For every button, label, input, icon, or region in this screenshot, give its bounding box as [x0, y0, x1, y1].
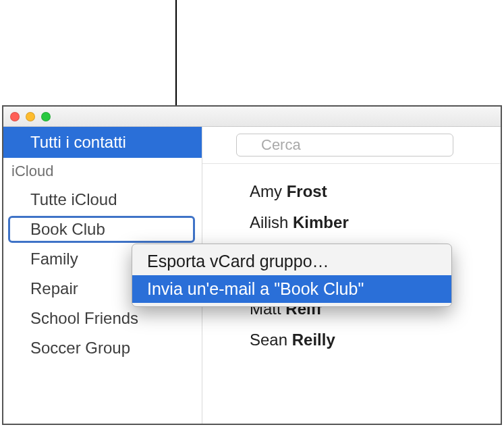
sidebar-item-all-icloud[interactable]: Tutte iCloud [3, 185, 202, 215]
contact-last: Frost [287, 182, 327, 200]
sidebar-item-soccer-group[interactable]: Soccer Group [3, 333, 202, 363]
search-input[interactable] [236, 134, 453, 156]
search-wrap [202, 127, 501, 164]
contact-last: Kimber [293, 213, 349, 231]
sidebar-item-school-friends[interactable]: School Friends [3, 304, 202, 333]
close-button[interactable] [10, 112, 20, 121]
sidebar-all-contacts[interactable]: Tutti i contatti [3, 127, 202, 158]
contact-row[interactable]: Ailish Kimber [250, 207, 501, 238]
ctx-export-vcard[interactable]: Esporta vCard gruppo… [132, 248, 451, 275]
sidebar-section-icloud: iCloud [3, 158, 202, 185]
contact-first: Amy [250, 182, 282, 200]
context-menu: Esporta vCard gruppo… Invia un'e-mail a … [132, 244, 452, 307]
minimize-button[interactable] [26, 112, 35, 121]
contact-row[interactable]: Sean Reilly [250, 324, 501, 355]
contact-last: Reilly [292, 331, 335, 349]
contact-row[interactable]: Amy Frost [250, 176, 501, 207]
sidebar-item-label: Book Club [30, 220, 105, 238]
contact-first: Sean [250, 331, 287, 349]
contact-first: Ailish [250, 213, 288, 231]
window-titlebar [3, 107, 501, 127]
sidebar-item-book-club[interactable]: Book Club [3, 215, 202, 244]
zoom-button[interactable] [41, 112, 51, 121]
ctx-send-email[interactable]: Invia un'e-mail a "Book Club" [132, 275, 451, 303]
